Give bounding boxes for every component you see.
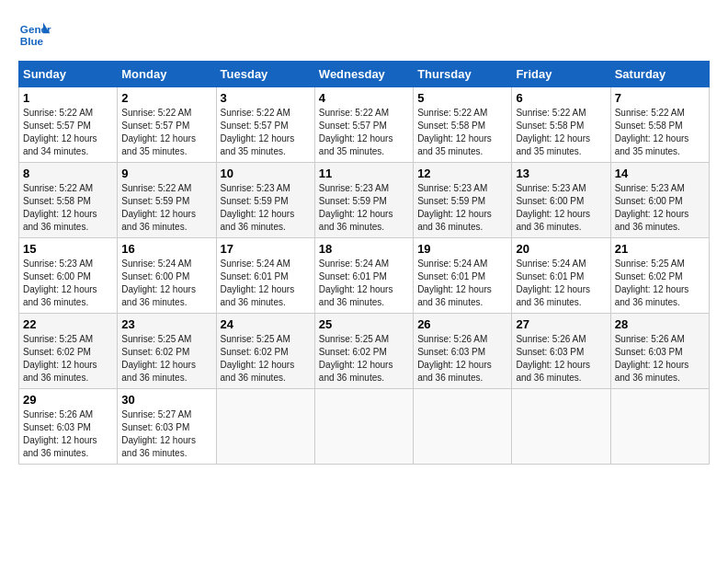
- day-number: 17: [221, 242, 311, 256]
- calendar-cell: 7Sunrise: 5:22 AM Sunset: 5:58 PM Daylig…: [610, 87, 709, 163]
- day-info: Sunrise: 5:22 AM Sunset: 5:57 PM Dayligh…: [319, 107, 409, 158]
- day-info: Sunrise: 5:26 AM Sunset: 6:03 PM Dayligh…: [417, 333, 507, 385]
- calendar-cell: 15Sunrise: 5:23 AM Sunset: 6:00 PM Dayli…: [19, 238, 118, 314]
- calendar-cell: 17Sunrise: 5:24 AM Sunset: 6:01 PM Dayli…: [216, 238, 314, 314]
- calendar-cell: 28Sunrise: 5:26 AM Sunset: 6:03 PM Dayli…: [610, 314, 709, 389]
- day-info: Sunrise: 5:24 AM Sunset: 6:01 PM Dayligh…: [516, 258, 606, 309]
- calendar-cell: 26Sunrise: 5:26 AM Sunset: 6:03 PM Dayli…: [414, 314, 512, 389]
- calendar-cell: 24Sunrise: 5:25 AM Sunset: 6:02 PM Dayli…: [216, 314, 314, 389]
- day-info: Sunrise: 5:23 AM Sunset: 5:59 PM Dayligh…: [319, 182, 409, 234]
- header-cell-monday: Monday: [118, 62, 216, 87]
- day-number: 20: [516, 242, 606, 256]
- day-info: Sunrise: 5:22 AM Sunset: 5:58 PM Dayligh…: [516, 107, 606, 158]
- logo-icon: General Blue: [18, 18, 51, 52]
- day-number: 27: [516, 317, 606, 331]
- calendar-cell: 25Sunrise: 5:25 AM Sunset: 6:02 PM Dayli…: [314, 314, 413, 389]
- calendar-cell: 3Sunrise: 5:22 AM Sunset: 5:57 PM Daylig…: [216, 87, 314, 163]
- calendar-cell: [610, 389, 709, 465]
- day-number: 18: [319, 242, 409, 256]
- calendar-cell: 8Sunrise: 5:22 AM Sunset: 5:58 PM Daylig…: [19, 163, 118, 238]
- calendar-cell: 4Sunrise: 5:22 AM Sunset: 5:57 PM Daylig…: [314, 87, 413, 163]
- calendar-cell: 18Sunrise: 5:24 AM Sunset: 6:01 PM Dayli…: [314, 238, 413, 314]
- calendar-cell: 11Sunrise: 5:23 AM Sunset: 5:59 PM Dayli…: [314, 163, 413, 238]
- calendar-header-row: SundayMondayTuesdayWednesdayThursdayFrid…: [19, 62, 710, 87]
- calendar-cell: 27Sunrise: 5:26 AM Sunset: 6:03 PM Dayli…: [512, 314, 610, 389]
- calendar-cell: 1Sunrise: 5:22 AM Sunset: 5:57 PM Daylig…: [19, 87, 118, 163]
- calendar-row-4: 29Sunrise: 5:26 AM Sunset: 6:03 PM Dayli…: [19, 389, 710, 465]
- calendar-cell: 6Sunrise: 5:22 AM Sunset: 5:58 PM Daylig…: [512, 87, 610, 163]
- day-number: 9: [121, 167, 211, 180]
- day-number: 19: [417, 242, 507, 256]
- day-info: Sunrise: 5:23 AM Sunset: 6:00 PM Dayligh…: [23, 258, 113, 309]
- day-info: Sunrise: 5:25 AM Sunset: 6:02 PM Dayligh…: [615, 258, 705, 309]
- calendar-cell: 10Sunrise: 5:23 AM Sunset: 5:59 PM Dayli…: [216, 163, 314, 238]
- day-info: Sunrise: 5:27 AM Sunset: 6:03 PM Dayligh…: [121, 408, 211, 460]
- day-info: Sunrise: 5:22 AM Sunset: 5:57 PM Dayligh…: [121, 107, 211, 158]
- day-number: 30: [121, 393, 211, 407]
- day-number: 29: [23, 393, 113, 407]
- calendar-row-1: 8Sunrise: 5:22 AM Sunset: 5:58 PM Daylig…: [19, 163, 710, 238]
- day-number: 21: [615, 242, 705, 256]
- header-cell-wednesday: Wednesday: [314, 62, 413, 87]
- day-info: Sunrise: 5:25 AM Sunset: 6:02 PM Dayligh…: [221, 333, 311, 385]
- day-number: 16: [121, 242, 211, 256]
- svg-text:Blue: Blue: [20, 35, 44, 47]
- calendar-row-2: 15Sunrise: 5:23 AM Sunset: 6:00 PM Dayli…: [19, 238, 710, 314]
- calendar-cell: 23Sunrise: 5:25 AM Sunset: 6:02 PM Dayli…: [118, 314, 216, 389]
- day-number: 11: [319, 167, 409, 180]
- day-info: Sunrise: 5:23 AM Sunset: 5:59 PM Dayligh…: [221, 182, 311, 234]
- day-number: 2: [121, 91, 211, 105]
- day-info: Sunrise: 5:22 AM Sunset: 5:57 PM Dayligh…: [221, 107, 311, 158]
- day-number: 14: [615, 167, 705, 180]
- day-info: Sunrise: 5:24 AM Sunset: 6:01 PM Dayligh…: [417, 258, 507, 309]
- day-number: 5: [417, 91, 507, 105]
- calendar-cell: [512, 389, 610, 465]
- day-info: Sunrise: 5:22 AM Sunset: 5:59 PM Dayligh…: [121, 182, 211, 234]
- day-number: 22: [23, 317, 113, 331]
- day-number: 10: [221, 167, 311, 180]
- header-cell-sunday: Sunday: [19, 62, 118, 87]
- calendar-cell: 16Sunrise: 5:24 AM Sunset: 6:00 PM Dayli…: [118, 238, 216, 314]
- day-number: 6: [516, 91, 606, 105]
- day-info: Sunrise: 5:23 AM Sunset: 6:00 PM Dayligh…: [516, 182, 606, 234]
- calendar-cell: [216, 389, 314, 465]
- calendar-cell: 2Sunrise: 5:22 AM Sunset: 5:57 PM Daylig…: [118, 87, 216, 163]
- day-number: 23: [121, 317, 211, 331]
- calendar-cell: 20Sunrise: 5:24 AM Sunset: 6:01 PM Dayli…: [512, 238, 610, 314]
- header-cell-friday: Friday: [512, 62, 610, 87]
- calendar-cell: 21Sunrise: 5:25 AM Sunset: 6:02 PM Dayli…: [610, 238, 709, 314]
- calendar-row-3: 22Sunrise: 5:25 AM Sunset: 6:02 PM Dayli…: [19, 314, 710, 389]
- day-number: 4: [319, 91, 409, 105]
- calendar-cell: 29Sunrise: 5:26 AM Sunset: 6:03 PM Dayli…: [19, 389, 118, 465]
- day-info: Sunrise: 5:24 AM Sunset: 6:01 PM Dayligh…: [319, 258, 409, 309]
- calendar-cell: [314, 389, 413, 465]
- day-number: 15: [23, 242, 113, 256]
- header-cell-saturday: Saturday: [610, 62, 709, 87]
- calendar-cell: 9Sunrise: 5:22 AM Sunset: 5:59 PM Daylig…: [118, 163, 216, 238]
- calendar-cell: 30Sunrise: 5:27 AM Sunset: 6:03 PM Dayli…: [118, 389, 216, 465]
- day-info: Sunrise: 5:22 AM Sunset: 5:57 PM Dayligh…: [23, 107, 113, 158]
- day-info: Sunrise: 5:24 AM Sunset: 6:01 PM Dayligh…: [221, 258, 311, 309]
- day-info: Sunrise: 5:25 AM Sunset: 6:02 PM Dayligh…: [121, 333, 211, 385]
- day-number: 13: [516, 167, 606, 180]
- day-number: 12: [417, 167, 507, 180]
- day-info: Sunrise: 5:22 AM Sunset: 5:58 PM Dayligh…: [417, 107, 507, 158]
- day-number: 25: [319, 317, 409, 331]
- calendar-cell: [414, 389, 512, 465]
- calendar-cell: 12Sunrise: 5:23 AM Sunset: 5:59 PM Dayli…: [414, 163, 512, 238]
- day-info: Sunrise: 5:24 AM Sunset: 6:00 PM Dayligh…: [121, 258, 211, 309]
- day-number: 26: [417, 317, 507, 331]
- day-info: Sunrise: 5:25 AM Sunset: 6:02 PM Dayligh…: [319, 333, 409, 385]
- logo: General Blue: [18, 18, 51, 52]
- day-number: 1: [23, 91, 113, 105]
- day-info: Sunrise: 5:26 AM Sunset: 6:03 PM Dayligh…: [615, 333, 705, 385]
- day-number: 28: [615, 317, 705, 331]
- calendar-row-0: 1Sunrise: 5:22 AM Sunset: 5:57 PM Daylig…: [19, 87, 710, 163]
- calendar-table: SundayMondayTuesdayWednesdayThursdayFrid…: [18, 61, 710, 465]
- calendar-cell: 22Sunrise: 5:25 AM Sunset: 6:02 PM Dayli…: [19, 314, 118, 389]
- day-number: 3: [221, 91, 311, 105]
- calendar-body: 1Sunrise: 5:22 AM Sunset: 5:57 PM Daylig…: [19, 87, 710, 465]
- day-number: 24: [221, 317, 311, 331]
- day-info: Sunrise: 5:22 AM Sunset: 5:58 PM Dayligh…: [23, 182, 113, 234]
- page-header: General Blue: [18, 18, 710, 52]
